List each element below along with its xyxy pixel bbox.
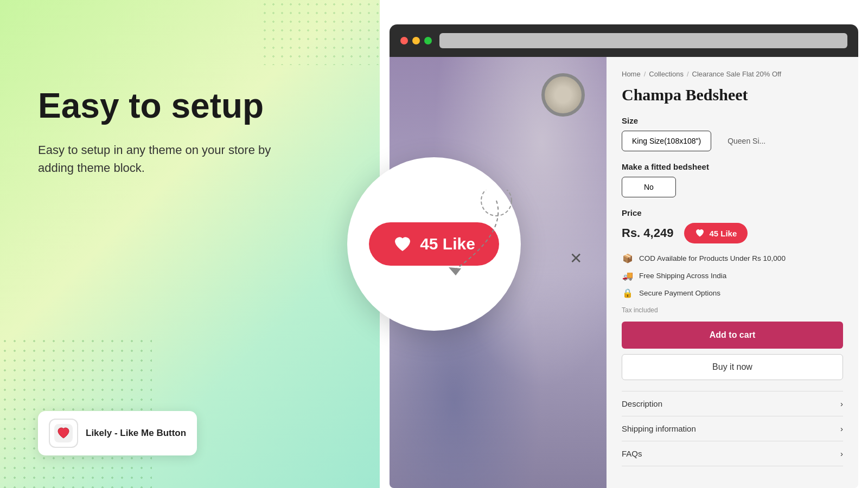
like-button-small[interactable]: 45 Like: [684, 223, 748, 243]
close-traffic-light[interactable]: [400, 37, 408, 44]
breadcrumb-home[interactable]: Home: [622, 70, 641, 78]
product-title: Champa Bedsheet: [622, 86, 843, 104]
minimize-traffic-light[interactable]: [412, 37, 420, 44]
like-button-large[interactable]: 45 Like: [369, 222, 499, 266]
dot-pattern-top-right: [260, 0, 380, 65]
tax-note: Tax included: [622, 306, 843, 314]
app-badge-icon: [49, 419, 78, 448]
app-badge-text: Likely - Like Me Button: [86, 428, 186, 439]
size-queen-partial[interactable]: Queen Si...: [718, 131, 775, 151]
breadcrumb-collections[interactable]: Collections: [649, 70, 684, 78]
price-value: Rs. 4,249: [622, 226, 673, 240]
shipping-icon: 🚚: [622, 269, 634, 281]
size-options: King Size(108x108") Queen Si...: [622, 131, 843, 151]
accordion-faqs[interactable]: FAQs ›: [622, 441, 843, 466]
accordion: Description › Shipping information › FAQ…: [622, 391, 843, 466]
breadcrumb: Home / Collections / Clearance Sale Flat…: [622, 70, 843, 78]
buy-now-button[interactable]: Buy it now: [622, 354, 843, 380]
fitted-options: No: [622, 177, 843, 197]
size-king[interactable]: King Size(108x108"): [622, 131, 711, 151]
product-info-panel: Home / Collections / Clearance Sale Flat…: [607, 57, 858, 488]
accordion-description[interactable]: Description ›: [622, 391, 843, 416]
add-to-cart-button[interactable]: Add to cart: [622, 322, 843, 349]
like-circle: 45 Like: [347, 157, 521, 331]
cod-icon: 📦: [622, 252, 634, 264]
feature-payment: 🔒 Secure Payment Options: [622, 287, 843, 299]
price-section: Price Rs. 4,249 45 Like: [622, 208, 843, 243]
price-row: Rs. 4,249 45 Like: [622, 223, 843, 243]
left-panel: Easy to setup Easy to setup in any theme…: [0, 0, 380, 488]
app-badge: Likely - Like Me Button: [38, 411, 197, 455]
feature-cod: 📦 COD Available for Products Under Rs 10…: [622, 252, 843, 264]
traffic-lights: [400, 37, 432, 44]
breadcrumb-sale[interactable]: Clearance Sale Flat 20% Off: [692, 70, 782, 78]
chevron-down-icon-2: ›: [840, 424, 843, 433]
fitted-no-btn[interactable]: No: [622, 177, 676, 197]
like-button-small-label: 45 Like: [709, 229, 737, 238]
chevron-down-icon: ›: [840, 399, 843, 408]
feature-payment-text: Secure Payment Options: [639, 289, 720, 297]
close-icon[interactable]: ✕: [570, 249, 582, 267]
feature-shipping-text: Free Shipping Across India: [639, 272, 726, 280]
price-label: Price: [622, 208, 843, 217]
features-list: 📦 COD Available for Products Under Rs 10…: [622, 252, 843, 299]
maximize-traffic-light[interactable]: [424, 37, 432, 44]
like-button-large-label: 45 Like: [420, 235, 475, 253]
mirror-decoration: [541, 73, 585, 117]
chevron-down-icon-3: ›: [840, 449, 843, 458]
feature-shipping: 🚚 Free Shipping Across India: [622, 269, 843, 281]
main-heading: Easy to setup: [38, 87, 347, 125]
size-label: Size: [622, 116, 843, 125]
payment-icon: 🔒: [622, 287, 634, 299]
accordion-shipping[interactable]: Shipping information ›: [622, 416, 843, 441]
fitted-label: Make a fitted bedsheet: [622, 162, 843, 171]
feature-cod-text: COD Available for Products Under Rs 10,0…: [639, 254, 786, 262]
address-bar[interactable]: [439, 33, 847, 48]
sub-text: Easy to setup in any theme on your store…: [38, 141, 298, 177]
browser-chrome: [390, 24, 858, 57]
